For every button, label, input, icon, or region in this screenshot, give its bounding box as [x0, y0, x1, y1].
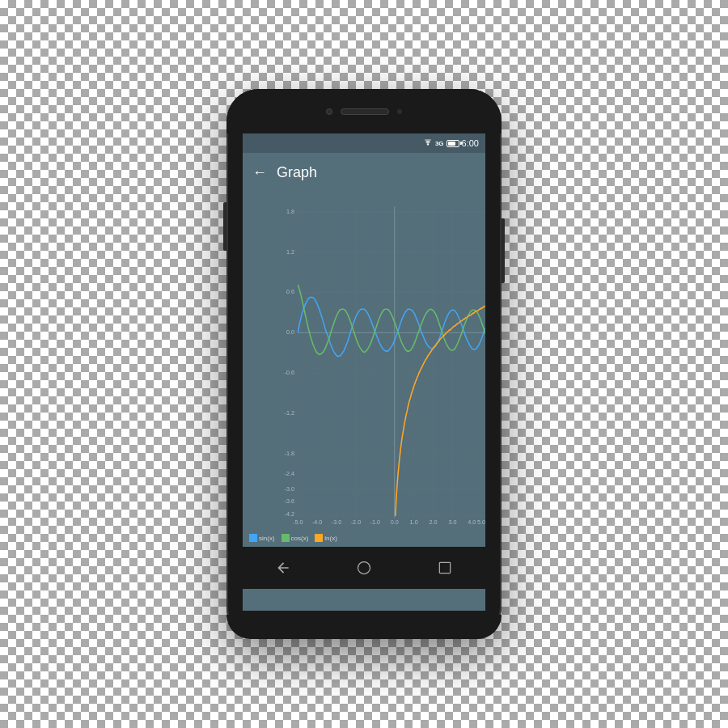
svg-text:-3.0: -3.0 — [332, 518, 342, 526]
status-bar: 3G 6:00 — [243, 133, 485, 153]
svg-point-44 — [358, 562, 370, 574]
legend-sin-color — [249, 534, 257, 542]
legend-sin-label: sin(x) — [259, 535, 275, 542]
svg-text:-2.0: -2.0 — [351, 518, 362, 526]
wifi-icon — [423, 139, 433, 147]
svg-text:-1.2: -1.2 — [285, 409, 295, 417]
legend-ln: ln(x) — [315, 534, 337, 542]
svg-text:-3.6: -3.6 — [285, 497, 295, 505]
legend-cos: cos(x) — [281, 534, 309, 542]
svg-text:-2.4: -2.4 — [285, 470, 295, 477]
graph-area: 1.8 1.2 0.6 0.0 -0.6 -1.2 -1.8 -2.4 -3.0… — [243, 192, 485, 547]
recent-nav-button[interactable] — [433, 556, 457, 580]
svg-text:-4.0: -4.0 — [312, 518, 323, 526]
svg-text:0.6: 0.6 — [286, 288, 294, 295]
status-time: 6:00 — [462, 138, 479, 148]
svg-text:5.0: 5.0 — [477, 518, 485, 526]
svg-text:0.0: 0.0 — [391, 518, 399, 526]
svg-text:1.0: 1.0 — [410, 518, 418, 526]
graph-legend: sin(x) cos(x) ln(x) — [243, 529, 485, 547]
svg-text:2.0: 2.0 — [430, 518, 438, 526]
battery-icon — [447, 140, 459, 147]
svg-text:-3.0: -3.0 — [285, 485, 295, 493]
app-bar: ← Graph — [243, 153, 485, 192]
svg-rect-45 — [439, 563, 450, 574]
legend-sin: sin(x) — [249, 534, 275, 542]
bottom-navigation — [243, 547, 485, 589]
status-icons: 3G 6:00 — [423, 138, 479, 148]
page-title: Graph — [277, 164, 317, 181]
phone-top-bezel — [226, 89, 502, 133]
svg-text:-1.8: -1.8 — [285, 450, 295, 457]
legend-cos-color — [281, 534, 290, 542]
speaker — [341, 108, 389, 115]
svg-rect-0 — [271, 198, 485, 526]
back-nav-button[interactable] — [271, 556, 295, 580]
svg-text:-0.6: -0.6 — [285, 369, 295, 376]
svg-text:-1.0: -1.0 — [370, 518, 381, 526]
svg-text:-5.0: -5.0 — [293, 518, 303, 526]
network-indicator: 3G — [435, 140, 444, 147]
svg-text:1.8: 1.8 — [286, 208, 294, 215]
sensor — [397, 109, 402, 114]
legend-cos-label: cos(x) — [291, 535, 309, 542]
svg-text:4.0: 4.0 — [468, 518, 476, 526]
legend-ln-color — [315, 534, 323, 542]
graph-container: 1.8 1.2 0.6 0.0 -0.6 -1.2 -1.8 -2.4 -3.0… — [243, 192, 485, 529]
legend-ln-label: ln(x) — [324, 535, 337, 542]
svg-text:1.2: 1.2 — [286, 248, 294, 256]
svg-text:3.0: 3.0 — [448, 518, 456, 526]
graph-svg: 1.8 1.2 0.6 0.0 -0.6 -1.2 -1.8 -2.4 -3.0… — [271, 198, 485, 526]
svg-text:-4.2: -4.2 — [285, 510, 295, 518]
svg-text:0.0: 0.0 — [286, 328, 294, 336]
phone-screen: 3G 6:00 ← Graph 1.8 1.2 — [243, 133, 485, 611]
phone-device: 3G 6:00 ← Graph 1.8 1.2 — [226, 89, 502, 639]
back-button[interactable]: ← — [252, 164, 267, 181]
home-nav-button[interactable] — [352, 556, 376, 580]
camera-icon — [326, 108, 332, 115]
battery-fill — [448, 142, 456, 146]
phone-bottom-bezel — [226, 615, 502, 639]
